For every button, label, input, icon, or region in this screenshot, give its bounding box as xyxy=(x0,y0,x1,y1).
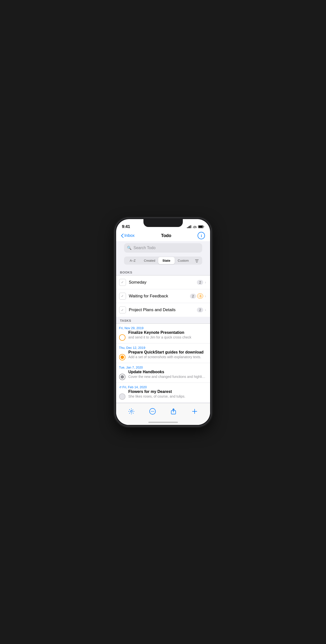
more-button[interactable] xyxy=(147,406,158,417)
chevron-right-icon: › xyxy=(205,294,206,298)
status-icons xyxy=(187,225,204,228)
sort-tabs: A–Z Created State Custom xyxy=(124,256,202,265)
task-circle xyxy=(119,354,125,360)
task-circle xyxy=(119,334,125,341)
badge-wrap: 2 xyxy=(197,280,203,285)
task-subtitle: Add a set of screenshots with explanator… xyxy=(128,355,206,359)
add-button[interactable] xyxy=(189,406,200,417)
search-bar[interactable]: 🔍 Search Todo xyxy=(124,243,202,252)
task-circle xyxy=(119,374,125,380)
share-icon xyxy=(171,408,176,414)
notch xyxy=(143,219,183,227)
phone-frame: 9:41 xyxy=(115,218,211,426)
task-item[interactable]: Tue, Jan 7, 2020 Update Handbooks Cover … xyxy=(116,363,210,383)
signal-icon xyxy=(187,225,191,228)
books-list: ✓ Someday 2 › ✓ Waiting for Feedback 2 ·… xyxy=(116,276,210,317)
tab-state[interactable]: State xyxy=(158,257,175,264)
book-title: Waiting for Feedback xyxy=(129,294,190,298)
back-button[interactable]: Inbox xyxy=(121,233,135,238)
checkbox-someday[interactable]: ✓ xyxy=(119,279,126,286)
home-indicator xyxy=(148,422,178,423)
tab-az[interactable]: A–Z xyxy=(124,257,141,264)
badge-count: 2 xyxy=(197,308,203,312)
task-date: Thu, Dec 12, 2019 xyxy=(119,346,206,350)
gear-icon xyxy=(128,408,135,414)
battery-icon xyxy=(198,225,204,228)
sort-filter-icon xyxy=(195,259,199,263)
badge-count: 2 xyxy=(197,280,203,285)
list-item[interactable]: ✓ Project Plans and Details 2 › xyxy=(116,303,210,317)
task-item[interactable]: Fri, Nov 29, 2019 Finalize Keynote Prese… xyxy=(116,324,210,344)
task-title: Finalize Keynote Presentation xyxy=(128,330,206,335)
task-title: Prepare QuickStart guides for download xyxy=(128,350,206,354)
tab-created[interactable]: Created xyxy=(141,257,158,264)
books-section-header: BOOKS xyxy=(116,268,210,276)
svg-point-8 xyxy=(152,411,153,412)
chevron-right-icon: › xyxy=(205,308,206,312)
list-item[interactable]: ✓ Someday 2 › xyxy=(116,276,210,289)
dots-icon xyxy=(149,408,156,414)
content-area: 🔍 Search Todo A–Z Created State Custom xyxy=(116,241,210,408)
svg-point-7 xyxy=(151,411,152,412)
chevron-right-icon: › xyxy=(205,280,206,284)
task-item[interactable]: Thu, Dec 12, 2019 Prepare QuickStart gui… xyxy=(116,344,210,363)
badge-count: 2 xyxy=(190,294,196,298)
task-item[interactable]: ↺ Fri, Feb 14, 2020 Flowers for my Deare… xyxy=(116,383,210,402)
filter-icon[interactable] xyxy=(192,259,202,263)
badge-wrap: 2 ·1 xyxy=(190,294,204,298)
list-item[interactable]: ✓ Waiting for Feedback 2 ·1 › xyxy=(116,289,210,303)
task-date: Tue, Jan 7, 2020 xyxy=(119,366,206,369)
task-title: Flowers for my Dearest xyxy=(128,390,206,394)
share-button[interactable] xyxy=(168,406,179,417)
wifi-icon xyxy=(193,225,197,228)
badge-extra: ·1 xyxy=(197,294,203,298)
checkbox-waiting[interactable]: ✓ xyxy=(119,293,126,300)
tasks-list: Fri, Nov 29, 2019 Finalize Keynote Prese… xyxy=(116,324,210,408)
phone-screen: 9:41 xyxy=(116,219,210,425)
task-subtitle: Cover the new and changed functions and … xyxy=(128,375,206,378)
search-placeholder: Search Todo xyxy=(134,246,156,250)
repeat-icon: ↺ xyxy=(119,386,122,389)
status-time: 9:41 xyxy=(122,224,130,229)
search-icon: 🔍 xyxy=(127,246,132,250)
settings-button[interactable] xyxy=(126,406,137,417)
checkbox-project[interactable]: ✓ xyxy=(119,306,126,314)
plus-icon xyxy=(191,408,198,414)
task-date: Fri, Nov 29, 2019 xyxy=(119,326,206,330)
book-title: Someday xyxy=(129,280,197,285)
tab-custom[interactable]: Custom xyxy=(175,257,192,264)
task-subtitle: She likes roses, of course, and tulips. xyxy=(128,394,206,398)
badge-wrap: 2 xyxy=(197,308,203,312)
task-title: Update Handbooks xyxy=(128,370,206,374)
nav-bar: Inbox Todo i xyxy=(116,231,210,241)
task-subtitle: and send it to Jim for a quick cross che… xyxy=(128,335,206,339)
info-icon: i xyxy=(201,234,202,238)
tasks-section-header: TASKS xyxy=(116,317,210,324)
svg-rect-1 xyxy=(199,226,203,228)
svg-point-5 xyxy=(131,410,132,412)
svg-point-9 xyxy=(153,411,154,412)
task-circle xyxy=(119,394,125,400)
book-title: Project Plans and Details xyxy=(129,308,197,312)
task-date: ↺ Fri, Feb 14, 2020 xyxy=(119,385,206,389)
back-label: Inbox xyxy=(124,233,135,238)
info-button[interactable]: i xyxy=(198,232,205,239)
chevron-left-icon xyxy=(121,234,123,238)
page-title: Todo xyxy=(161,233,171,238)
